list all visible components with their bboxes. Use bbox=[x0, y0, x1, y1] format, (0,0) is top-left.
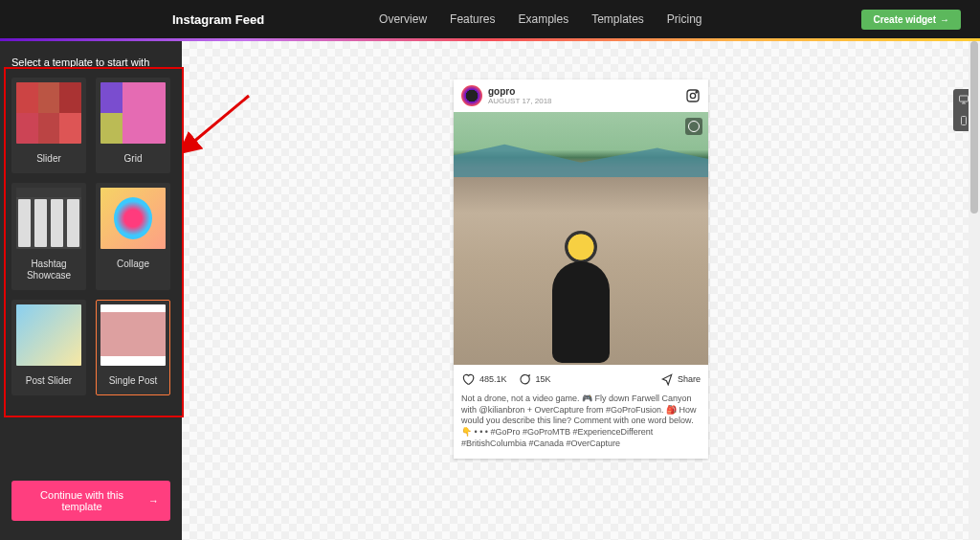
post-username[interactable]: gopro bbox=[488, 86, 552, 97]
template-thumb bbox=[16, 82, 81, 144]
nav-pricing[interactable]: Pricing bbox=[667, 12, 702, 26]
template-grid: Slider Grid Hashtag Showcase Collage Pos… bbox=[11, 78, 170, 395]
share-icon bbox=[660, 372, 674, 386]
template-label: Collage bbox=[117, 259, 149, 270]
post-header: gopro AUGUST 17, 2018 bbox=[454, 79, 708, 112]
top-bar: Instagram Feed Overview Features Example… bbox=[0, 0, 980, 38]
post-image[interactable] bbox=[454, 112, 708, 365]
template-thumb bbox=[100, 304, 166, 366]
share-label: Share bbox=[678, 374, 701, 384]
preview-area: gopro AUGUST 17, 2018 485.1K 15K Share bbox=[182, 41, 980, 540]
brand-title: Instagram Feed bbox=[172, 12, 264, 27]
create-widget-button[interactable]: Create widget → bbox=[861, 10, 961, 30]
post-caption: Not a drone, not a video game. 🎮 Fly dow… bbox=[454, 394, 708, 459]
svg-rect-4 bbox=[962, 117, 967, 125]
template-label: Grid bbox=[124, 153, 143, 165]
template-post-slider[interactable]: Post Slider bbox=[11, 300, 86, 395]
nav-features[interactable]: Features bbox=[450, 12, 495, 26]
template-thumb bbox=[16, 188, 81, 249]
svg-rect-3 bbox=[960, 96, 969, 101]
heart-icon[interactable] bbox=[461, 372, 475, 386]
nav-templates[interactable]: Templates bbox=[591, 12, 644, 26]
avatar[interactable] bbox=[461, 85, 482, 106]
svg-point-2 bbox=[696, 92, 697, 93]
create-widget-label: Create widget bbox=[873, 14, 936, 25]
template-label: Hashtag Showcase bbox=[16, 259, 81, 281]
comments-count: 15K bbox=[536, 374, 551, 384]
template-sidebar: Select a template to start with Slider G… bbox=[0, 41, 182, 540]
template-thumb bbox=[100, 188, 166, 249]
main-nav: Overview Features Examples Templates Pri… bbox=[379, 12, 702, 26]
camera-icon bbox=[685, 118, 702, 135]
nav-overview[interactable]: Overview bbox=[379, 12, 427, 26]
template-collage[interactable]: Collage bbox=[96, 183, 170, 290]
template-thumb bbox=[100, 82, 166, 144]
scrollbar[interactable] bbox=[969, 41, 980, 540]
post-meta: 485.1K 15K Share bbox=[454, 365, 708, 394]
post-date: AUGUST 17, 2018 bbox=[488, 97, 552, 105]
instagram-icon[interactable] bbox=[685, 88, 701, 103]
likes-count: 485.1K bbox=[479, 374, 507, 384]
instagram-post-preview: gopro AUGUST 17, 2018 485.1K 15K Share bbox=[454, 79, 708, 459]
comment-icon[interactable] bbox=[518, 372, 531, 386]
continue-button[interactable]: Continue with this template → bbox=[11, 481, 170, 521]
scrollbar-thumb[interactable] bbox=[970, 41, 978, 214]
template-label: Post Slider bbox=[26, 375, 72, 387]
template-hashtag-showcase[interactable]: Hashtag Showcase bbox=[11, 183, 86, 290]
svg-point-1 bbox=[690, 93, 695, 98]
template-thumb bbox=[16, 304, 81, 366]
sidebar-title: Select a template to start with bbox=[11, 56, 170, 68]
template-single-post[interactable]: Single Post bbox=[96, 300, 170, 395]
template-label: Single Post bbox=[109, 375, 158, 387]
template-grid-option[interactable]: Grid bbox=[96, 78, 170, 173]
arrow-right-icon: → bbox=[148, 495, 159, 506]
nav-examples[interactable]: Examples bbox=[518, 12, 568, 26]
template-label: Slider bbox=[36, 153, 61, 165]
continue-label: Continue with this template bbox=[23, 489, 141, 512]
share-button[interactable]: Share bbox=[660, 372, 701, 386]
arrow-right-icon: → bbox=[940, 14, 949, 25]
template-slider[interactable]: Slider bbox=[11, 78, 86, 173]
